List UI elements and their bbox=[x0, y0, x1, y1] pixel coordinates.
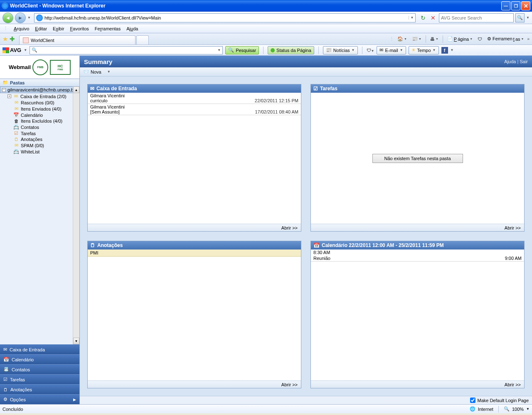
nav-contacts[interactable]: 📇Contatos bbox=[0, 364, 79, 374]
webmail-text: Webmail bbox=[9, 64, 31, 70]
restore-button[interactable]: ❐ bbox=[511, 1, 520, 10]
new-tab-button[interactable] bbox=[136, 35, 149, 44]
refresh-button[interactable]: ↻ bbox=[419, 14, 427, 22]
browser-search-button[interactable]: 🔍 bbox=[515, 13, 525, 22]
browser-tab[interactable]: WorldClient bbox=[19, 35, 135, 44]
new-mail-icon: 📨 bbox=[83, 69, 89, 74]
tree-deleted[interactable]: 🗑Itens Excluídos (4/0) bbox=[0, 118, 79, 124]
sidebar-nav-buttons: ✉Caixa de Entrada 📅Calendário 📇Contatos … bbox=[0, 344, 79, 404]
print-button[interactable]: 🖶▼ bbox=[429, 36, 440, 42]
tree-inbox[interactable]: +✉Caixa de Entrada (2/0) bbox=[0, 93, 79, 99]
mail-icon: ✉ bbox=[13, 94, 19, 99]
calendar-time-slot: 8:30 AM bbox=[311, 249, 524, 255]
avg-search-input[interactable] bbox=[39, 47, 217, 53]
back-button[interactable]: ◄ bbox=[2, 12, 13, 23]
nav-tasks[interactable]: ☑Tarefas bbox=[0, 374, 79, 384]
notes-icon: 🗒 bbox=[3, 387, 8, 392]
mail-icon: ✉ bbox=[13, 106, 19, 111]
browser-search-input[interactable] bbox=[439, 15, 513, 20]
avg-fb-dropdown-icon[interactable]: ▼ bbox=[451, 48, 454, 52]
help-link[interactable]: Ajuda bbox=[504, 59, 516, 64]
url-input[interactable] bbox=[44, 14, 409, 22]
panel-calendar-open[interactable]: Abrir >> bbox=[311, 380, 524, 388]
close-button[interactable]: ✕ bbox=[521, 1, 530, 10]
tab-title: WorldClient bbox=[31, 38, 54, 43]
stop-button[interactable]: ✕ bbox=[429, 14, 437, 22]
url-dropdown-icon[interactable]: ▼ bbox=[409, 16, 415, 20]
avg-status-button[interactable]: Status da Página bbox=[268, 46, 314, 54]
contacts-icon: 📇 bbox=[13, 124, 19, 130]
browser-statusbar: Concluído 🌐 Internet 🔍 100% ▼ bbox=[0, 404, 532, 413]
nav-calendar[interactable]: 📅Calendário bbox=[0, 354, 79, 364]
avg-pesquisar-button[interactable]: 🔍 Pesquisar bbox=[225, 46, 259, 54]
menu-editar[interactable]: Editar bbox=[35, 26, 47, 31]
avg-search-box: 🔍 ▼ bbox=[30, 46, 223, 54]
inbox-message[interactable]: Gilmara Vicentini [Sem Assunto]17/02/201… bbox=[88, 104, 301, 115]
tree-notes[interactable]: 🗒Anotações bbox=[0, 136, 79, 142]
avg-search-dropdown-icon[interactable]: ▼ bbox=[217, 48, 221, 52]
avg-email-button[interactable]: ✉ E-mail▼ bbox=[377, 46, 406, 54]
search-provider-dropdown-icon[interactable]: ▼ bbox=[526, 16, 530, 20]
menu-arquivo[interactable]: AArquivorquivo bbox=[14, 26, 29, 31]
panel-inbox: ✉ Caixa de Entrada Gilmara Vicentini cur… bbox=[87, 84, 301, 232]
scroll-up-icon[interactable]: ▲ bbox=[73, 86, 79, 93]
tools-menu-button[interactable]: ⚙ Ferramentas ▼ bbox=[485, 35, 525, 42]
zoom-level[interactable]: 100% bbox=[512, 407, 524, 412]
tree-spam[interactable]: ✉SPAM (0/0) bbox=[0, 142, 79, 148]
search-icon: 🔍 bbox=[32, 47, 37, 53]
tasks-icon: ☑ bbox=[13, 131, 19, 136]
nav-inbox[interactable]: ✉Caixa de Entrada bbox=[0, 344, 79, 354]
menu-exibir[interactable]: Exibir bbox=[53, 26, 64, 31]
panel-tasks-open[interactable]: Abrir >> bbox=[311, 224, 524, 231]
zoom-icon[interactable]: 🔍 bbox=[504, 406, 510, 412]
menu-favoritos[interactable]: Favoritos bbox=[70, 26, 89, 31]
minimize-button[interactable]: ― bbox=[501, 1, 510, 10]
recent-dropdown-icon[interactable]: ▼ bbox=[27, 16, 31, 20]
feeds-button[interactable]: 📰▼ bbox=[410, 35, 423, 42]
default-login-checkbox[interactable] bbox=[470, 398, 475, 403]
inbox-message[interactable]: Gilmara Vicentini curriculo22/02/2011 12… bbox=[88, 93, 301, 104]
dropdown-icon[interactable]: ▼ bbox=[107, 70, 111, 74]
scroll-track[interactable] bbox=[73, 93, 79, 338]
tree-drafts[interactable]: ✉Rascunhos (0/0) bbox=[0, 99, 79, 106]
expand-icon[interactable]: + bbox=[7, 94, 11, 98]
tree-tasks[interactable]: ☑Tarefas bbox=[0, 130, 79, 136]
tree-contacts[interactable]: 📇Contatos bbox=[0, 124, 79, 130]
menu-ferramentas[interactable]: Ferramentas bbox=[95, 26, 121, 31]
avg-shield-icon[interactable]: 🛡▼ bbox=[367, 48, 374, 53]
new-button[interactable]: 📨 Nova ▼ bbox=[83, 69, 111, 74]
forward-button[interactable]: ► bbox=[15, 12, 26, 23]
avg-toolbar-icon[interactable]: 🛡 bbox=[476, 36, 484, 42]
logout-link[interactable]: Sair bbox=[520, 59, 528, 64]
tree-scrollbar[interactable]: ▲ ▼ bbox=[73, 86, 79, 344]
summary-panels: ✉ Caixa de Entrada Gilmara Vicentini cur… bbox=[80, 77, 532, 396]
calendar-event[interactable]: Reunião9:00 AM bbox=[311, 255, 524, 262]
toolbar-overflow-icon[interactable]: » bbox=[527, 37, 530, 41]
browser-search-box bbox=[439, 13, 514, 22]
home-button[interactable]: 🏠▼ bbox=[396, 35, 409, 42]
panel-inbox-open[interactable]: Abrir >> bbox=[88, 224, 301, 231]
zoom-dropdown-icon[interactable]: ▼ bbox=[526, 407, 530, 411]
collapse-icon[interactable]: − bbox=[2, 88, 6, 92]
page-menu-button[interactable]: 📄 Página ▼ bbox=[446, 35, 474, 42]
panel-notes-open[interactable]: Abrir >> bbox=[88, 380, 301, 388]
menu-ajuda[interactable]: Ajuda bbox=[126, 26, 138, 31]
ie-icon bbox=[2, 2, 8, 9]
nav-notes[interactable]: 🗒Anotações bbox=[0, 384, 79, 394]
avg-menu-dropdown-icon[interactable]: ▼ bbox=[24, 48, 27, 52]
tree-whitelist[interactable]: 📇WhiteList bbox=[0, 148, 79, 155]
note-item[interactable]: PMI bbox=[88, 249, 301, 257]
tree-calendar[interactable]: 📅Calendário bbox=[0, 112, 79, 118]
avg-noticias-button[interactable]: 📰Notícias▼ bbox=[323, 46, 358, 54]
tree-sent[interactable]: ✉Itens Enviados (4/0) bbox=[0, 106, 79, 112]
favorites-star-icon[interactable]: ★ bbox=[2, 35, 8, 43]
webmail-logo-area: Webmail FMB HCFMB bbox=[0, 56, 79, 79]
status-text: Concluído bbox=[2, 407, 23, 412]
add-favorite-icon[interactable]: ✚ bbox=[10, 35, 15, 43]
tasks-icon: ☑ bbox=[3, 377, 7, 382]
nav-options[interactable]: ⚙Opções▶ bbox=[0, 394, 79, 404]
avg-tempo-button[interactable]: ☀Tempo▼ bbox=[409, 46, 439, 54]
scroll-down-icon[interactable]: ▼ bbox=[73, 338, 79, 344]
avg-facebook-icon[interactable]: f bbox=[441, 47, 448, 54]
tree-account[interactable]: − gilmaravicentini@hcfmb.unesp.br bbox=[0, 86, 79, 93]
